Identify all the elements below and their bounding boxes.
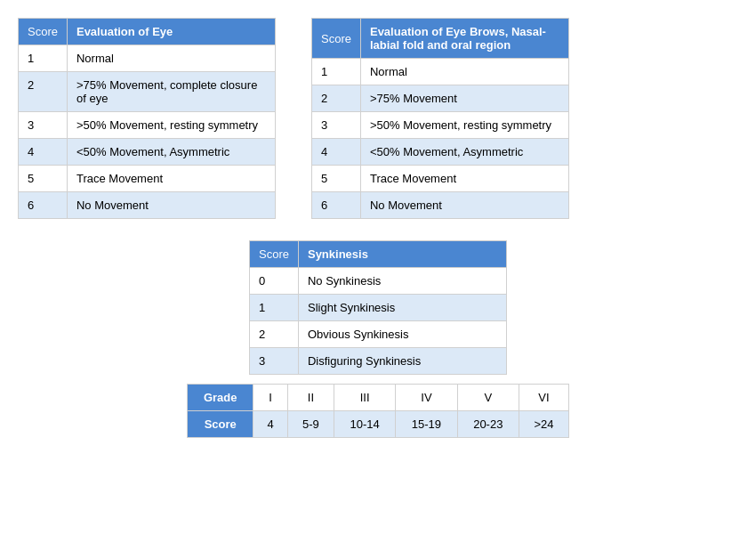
brow-desc-cell: <50% Movement, Asymmetric [360, 139, 568, 166]
table-row: 4 <50% Movement, Asymmetric [312, 139, 569, 166]
brow-table-score-header: Score [312, 19, 361, 59]
brow-table-eval-header: Evaluation of Eye Brows, Nasal-labial fo… [360, 19, 568, 59]
table-row: 1 Slight Synkinesis [250, 295, 507, 321]
table-row: 1 Normal [312, 59, 569, 85]
brow-desc-cell: >75% Movement [360, 85, 568, 112]
eye-score-cell: 4 [19, 139, 68, 166]
grade-table: Grade IIIIIIIVVVI Score 45-910-1415-1920… [187, 384, 569, 438]
grade-cell: I [253, 385, 287, 411]
score-cell: 15-19 [396, 411, 457, 438]
page-container: Score Evaluation of Eye 1 Normal 2 >75% … [18, 18, 738, 438]
brow-score-cell: 3 [312, 112, 361, 139]
grade-label: Grade [188, 385, 253, 411]
score-cell: >24 [519, 411, 568, 438]
score-row: Score 45-910-1415-1920-23>24 [188, 411, 569, 438]
eye-desc-cell: Normal [67, 45, 275, 72]
table-row: 0 No Synkinesis [250, 268, 507, 295]
eye-score-cell: 5 [19, 166, 68, 192]
top-tables: Score Evaluation of Eye 1 Normal 2 >75% … [18, 18, 738, 219]
eye-desc-cell: Trace Movement [67, 166, 275, 192]
grade-cell: V [457, 385, 519, 411]
table-row: 2 Obvious Synkinesis [250, 321, 507, 348]
table-row: 2 >75% Movement [312, 85, 569, 112]
synkinesis-table: Score Synkinesis 0 No Synkinesis 1 Sligh… [249, 240, 507, 375]
eye-desc-cell: >50% Movement, resting symmetry [67, 112, 275, 139]
table-row: 6 No Movement [19, 192, 276, 219]
score-cell: 10-14 [334, 411, 395, 438]
eye-desc-cell: >75% Movement, complete closure of eye [67, 72, 275, 112]
eye-score-cell: 1 [19, 45, 68, 72]
syn-score-cell: 0 [250, 268, 299, 295]
eye-score-cell: 2 [19, 72, 68, 112]
brow-desc-cell: >50% Movement, resting symmetry [360, 112, 568, 139]
syn-desc-cell: No Synkinesis [298, 268, 506, 295]
brow-desc-cell: Trace Movement [360, 166, 568, 192]
table-row: 3 >50% Movement, resting symmetry [19, 112, 276, 139]
bottom-section: Score Synkinesis 0 No Synkinesis 1 Sligh… [18, 240, 738, 438]
brow-score-cell: 4 [312, 139, 361, 166]
eye-table-score-header: Score [19, 19, 68, 45]
table-row: 3 Disfiguring Synkinesis [250, 348, 507, 375]
brow-desc-cell: No Movement [360, 192, 568, 219]
grade-cell: VI [519, 385, 568, 411]
eye-score-cell: 3 [19, 112, 68, 139]
table-row: 2 >75% Movement, complete closure of eye [19, 72, 276, 112]
syn-score-cell: 3 [250, 348, 299, 375]
eye-table-body: 1 Normal 2 >75% Movement, complete closu… [19, 45, 276, 219]
eye-table-eval-header: Evaluation of Eye [67, 19, 275, 45]
eye-desc-cell: No Movement [67, 192, 275, 219]
grade-cell: IV [396, 385, 457, 411]
grade-cell: II [287, 385, 334, 411]
brow-score-cell: 2 [312, 85, 361, 112]
synkinesis-table-body: 0 No Synkinesis 1 Slight Synkinesis 2 Ob… [250, 268, 507, 375]
synkinesis-eval-header: Synkinesis [298, 241, 506, 268]
brow-score-cell: 1 [312, 59, 361, 85]
table-row: 6 No Movement [312, 192, 569, 219]
score-cell: 20-23 [457, 411, 519, 438]
grade-row: Grade IIIIIIIVVVI [188, 385, 569, 411]
eye-table: Score Evaluation of Eye 1 Normal 2 >75% … [18, 18, 276, 219]
grade-cell: III [334, 385, 395, 411]
table-row: 4 <50% Movement, Asymmetric [19, 139, 276, 166]
eye-score-cell: 6 [19, 192, 68, 219]
brow-desc-cell: Normal [360, 59, 568, 85]
brow-score-cell: 6 [312, 192, 361, 219]
synkinesis-score-header: Score [250, 241, 299, 268]
syn-score-cell: 1 [250, 295, 299, 321]
table-row: 3 >50% Movement, resting symmetry [312, 112, 569, 139]
table-row: 1 Normal [19, 45, 276, 72]
brow-table: Score Evaluation of Eye Brows, Nasal-lab… [311, 18, 569, 219]
syn-desc-cell: Obvious Synkinesis [298, 321, 506, 348]
brow-score-cell: 5 [312, 166, 361, 192]
brow-table-body: 1 Normal 2 >75% Movement 3 >50% Movement… [312, 59, 569, 219]
score-cell: 5-9 [287, 411, 334, 438]
syn-desc-cell: Disfiguring Synkinesis [298, 348, 506, 375]
syn-score-cell: 2 [250, 321, 299, 348]
syn-desc-cell: Slight Synkinesis [298, 295, 506, 321]
table-row: 5 Trace Movement [19, 166, 276, 192]
eye-desc-cell: <50% Movement, Asymmetric [67, 139, 275, 166]
score-label: Score [188, 411, 253, 438]
table-row: 5 Trace Movement [312, 166, 569, 192]
score-cell: 4 [253, 411, 287, 438]
